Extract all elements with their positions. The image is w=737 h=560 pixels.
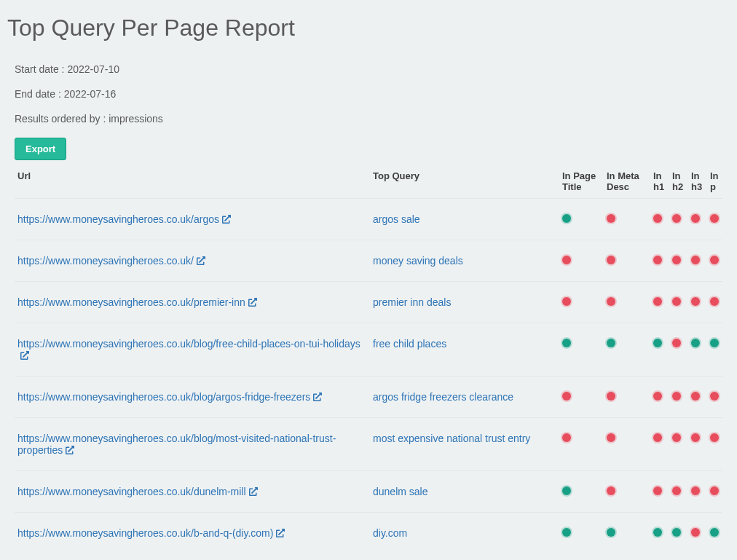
status-dot [653,256,662,264]
cell-in-p [707,513,722,554]
status-dot [653,339,662,347]
query-link[interactable]: dunelm sale [373,486,428,497]
query-link[interactable]: money saving deals [373,255,463,267]
status-dot [562,486,571,495]
end-date-value: 2022-07-16 [64,88,117,100]
cell-in-meta-desc [604,376,650,418]
status-dot [691,297,700,306]
status-dot [672,528,681,537]
status-dot [672,297,681,306]
cell-in-meta-desc [604,323,650,376]
query-link[interactable]: argos fridge freezers clearance [373,391,513,403]
end-date-label: End date : [15,88,64,100]
status-dot [691,486,700,495]
col-in-meta-desc: In Meta Desc [604,165,650,199]
url-link[interactable]: https://www.moneysavingheroes.co.uk/ [17,255,194,267]
cell-in-h3 [688,376,707,418]
external-link-icon[interactable] [249,486,258,498]
cell-in-h2 [669,282,688,323]
cell-in-h1 [650,513,669,554]
cell-in-p [707,282,722,323]
status-dot [562,297,571,306]
cell-in-meta-desc [604,199,650,240]
external-link-icon[interactable] [66,445,74,457]
status-dot [653,433,662,442]
url-link[interactable]: https://www.moneysavingheroes.co.uk/blog… [17,338,360,350]
query-link[interactable]: argos sale [373,213,420,225]
cell-in-page-title [559,199,604,240]
status-dot [710,486,719,495]
cell-in-h3 [688,199,707,240]
cell-in-h3 [688,471,707,513]
status-dot [562,528,571,537]
status-dot [607,433,615,442]
external-link-icon[interactable] [222,214,231,226]
col-in-page-title: In Page Title [559,165,604,199]
url-link[interactable]: https://www.moneysavingheroes.co.uk/argo… [17,213,219,225]
col-in-p: In p [707,165,722,199]
table-row: https://www.moneysavingheroes.co.uk/mone… [15,240,722,282]
cell-in-page-title [559,240,604,282]
ordered-by-line: Results ordered by : impressions [15,113,722,125]
query-link[interactable]: diy.com [373,527,407,539]
external-link-icon[interactable] [20,350,29,362]
cell-in-h3 [688,282,707,323]
status-dot [691,433,700,442]
col-top-query: Top Query [370,165,559,199]
cell-in-page-title [559,418,604,471]
cell-in-h2 [669,513,688,554]
cell-in-meta-desc [604,418,650,471]
url-link[interactable]: https://www.moneysavingheroes.co.uk/blog… [17,391,310,403]
status-dot [607,339,615,347]
external-link-icon[interactable] [248,297,257,309]
results-table: Url Top Query In Page Title In Meta Desc… [15,165,722,553]
status-dot [710,339,719,347]
url-link[interactable]: https://www.moneysavingheroes.co.uk/dune… [17,486,246,497]
cell-in-h1 [650,376,669,418]
cell-in-h1 [650,199,669,240]
query-link[interactable]: premier inn deals [373,296,451,308]
table-row: https://www.moneysavingheroes.co.uk/blog… [15,376,722,418]
url-link[interactable]: https://www.moneysavingheroes.co.uk/b-an… [17,527,273,539]
cell-in-h3 [688,323,707,376]
status-dot [653,486,662,495]
query-link[interactable]: free child places [373,338,446,350]
query-link[interactable]: most expensive national trust entry [373,433,530,444]
ordered-by-value: impressions [109,113,163,125]
export-button[interactable]: Export [15,138,66,160]
table-row: https://www.moneysavingheroes.co.uk/prem… [15,282,722,323]
status-dot [672,256,681,264]
status-dot [607,486,615,495]
table-row: https://www.moneysavingheroes.co.uk/blog… [15,323,722,376]
cell-in-page-title [559,282,604,323]
table-row: https://www.moneysavingheroes.co.uk/dune… [15,471,722,513]
url-link[interactable]: https://www.moneysavingheroes.co.uk/prem… [17,296,245,308]
status-dot [672,433,681,442]
cell-in-h2 [669,323,688,376]
end-date-line: End date : 2022-07-16 [15,88,722,100]
cell-in-h2 [669,471,688,513]
external-link-icon[interactable] [313,392,322,403]
status-dot [607,256,615,264]
cell-in-p [707,199,722,240]
cell-in-p [707,240,722,282]
cell-in-h2 [669,376,688,418]
status-dot [710,214,719,223]
cell-in-meta-desc [604,471,650,513]
cell-in-page-title [559,376,604,418]
cell-in-meta-desc [604,513,650,554]
col-in-h1: In h1 [650,165,669,199]
cell-in-page-title [559,323,604,376]
status-dot [562,433,571,442]
external-link-icon[interactable] [197,256,205,267]
ordered-by-label: Results ordered by : [15,113,109,125]
cell-in-meta-desc [604,282,650,323]
status-dot [653,392,662,401]
external-link-icon[interactable] [276,528,285,540]
status-dot [691,214,700,223]
status-dot [653,528,662,537]
cell-in-meta-desc [604,240,650,282]
cell-in-p [707,418,722,471]
status-dot [653,214,662,223]
status-dot [672,339,681,347]
